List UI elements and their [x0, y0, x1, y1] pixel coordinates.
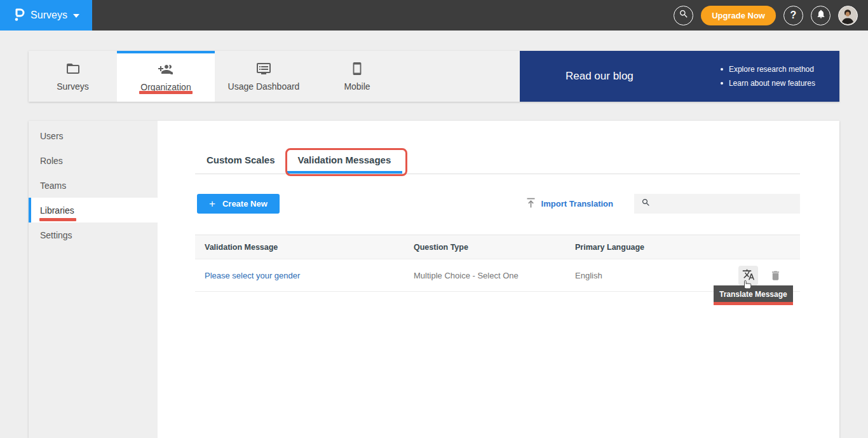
translate-tooltip: Translate Message — [714, 285, 793, 305]
nav-tab-label: Usage Dashboard — [228, 81, 300, 92]
dashboard-screen-icon — [256, 61, 271, 76]
tooltip-label: Translate Message — [719, 290, 787, 299]
table-header: Validation Message Question Type Primary… — [195, 235, 800, 259]
blog-banner[interactable]: Read our blog Explore research method Le… — [520, 51, 839, 102]
bell-icon — [816, 9, 826, 22]
library-tabs: Custom Scales Validation Messages — [195, 151, 800, 174]
product-switcher[interactable]: Surveys — [0, 0, 92, 31]
user-avatar[interactable] — [838, 6, 858, 25]
banner-bullet: Explore research method — [721, 62, 815, 76]
table-row: Please select your gender Multiple Choic… — [195, 259, 800, 292]
product-name: Surveys — [31, 10, 67, 21]
nav-tab-organization[interactable]: Organization — [117, 51, 215, 102]
tab-custom-scales[interactable]: Custom Scales — [195, 151, 287, 174]
primary-nav: Surveys Organization Usage Dashboard Mob… — [29, 51, 839, 102]
topbar: Surveys Upgrade Now ? — [0, 0, 868, 31]
column-header-question-type: Question Type — [414, 243, 575, 252]
sidebar-item-users[interactable]: Users — [29, 123, 158, 148]
content-card: Users Roles Teams Libraries Settings Cus… — [29, 121, 839, 438]
sidebar-item-label: Settings — [40, 230, 72, 240]
chevron-down-icon — [73, 14, 79, 18]
banner-title: Read our blog — [566, 70, 634, 83]
question-type-cell: Multiple Choice - Select One — [414, 271, 575, 280]
create-new-button[interactable]: + Create New — [197, 194, 280, 214]
upload-icon — [526, 198, 536, 210]
trash-icon — [770, 270, 782, 282]
banner-bullet: Learn about new features — [721, 76, 815, 90]
import-translation-label: Import Translation — [541, 199, 613, 209]
notifications-button[interactable] — [811, 6, 831, 25]
help-button[interactable]: ? — [783, 6, 803, 25]
delete-button[interactable] — [770, 270, 782, 282]
column-header-validation-message: Validation Message — [195, 243, 414, 252]
annotation-underline — [714, 302, 793, 305]
search-icon — [679, 9, 689, 22]
column-header-primary-language: Primary Language — [575, 243, 670, 252]
validation-message-link[interactable]: Please select your gender — [205, 271, 300, 280]
sidebar-item-label: Teams — [40, 181, 66, 191]
table-search-box[interactable] — [634, 194, 800, 214]
tab-validation-messages[interactable]: Validation Messages — [287, 151, 403, 174]
search-button[interactable] — [674, 6, 693, 25]
annotation-underline — [139, 91, 193, 94]
nav-tab-mobile[interactable]: Mobile — [313, 51, 402, 102]
topbar-actions: Upgrade Now ? — [674, 6, 868, 25]
avatar-photo — [839, 6, 857, 24]
banner-bullet-list: Explore research method Learn about new … — [721, 62, 815, 90]
question-mark-icon: ? — [790, 10, 797, 21]
translate-message-button[interactable] — [738, 266, 758, 285]
group-add-icon — [158, 62, 174, 77]
sidebar-item-teams[interactable]: Teams — [29, 173, 158, 198]
nav-tab-label: Mobile — [344, 81, 370, 92]
right-actions: Import Translation — [526, 194, 800, 214]
nav-tab-surveys[interactable]: Surveys — [29, 51, 117, 102]
sidebar-item-settings[interactable]: Settings — [29, 222, 158, 247]
sidebar-item-libraries[interactable]: Libraries — [29, 198, 158, 222]
nav-tab-usage-dashboard[interactable]: Usage Dashboard — [215, 51, 313, 102]
actions-row: + Create New Import Translation — [195, 194, 800, 214]
sidebar-item-label: Libraries — [40, 205, 74, 216]
import-translation-link[interactable]: Import Translation — [526, 198, 613, 210]
create-new-label: Create New — [222, 199, 268, 209]
validation-messages-table: Validation Message Question Type Primary… — [195, 235, 800, 292]
row-actions — [738, 266, 800, 285]
sidebar-item-label: Users — [40, 131, 64, 141]
search-icon — [641, 198, 651, 210]
translate-icon — [742, 268, 755, 283]
divider — [195, 174, 800, 174]
sidebar-item-roles[interactable]: Roles — [29, 148, 158, 173]
search-input[interactable] — [656, 194, 800, 214]
smartphone-icon — [350, 61, 364, 76]
org-sidebar: Users Roles Teams Libraries Settings — [29, 121, 158, 438]
upgrade-now-button[interactable]: Upgrade Now — [701, 6, 776, 25]
plus-icon: + — [209, 200, 215, 209]
nav-tab-label: Surveys — [57, 81, 89, 92]
folder-icon — [65, 61, 81, 76]
primary-language-cell: English — [575, 271, 670, 280]
sidebar-item-label: Roles — [40, 156, 63, 166]
libraries-main-panel: Custom Scales Validation Messages + Crea… — [158, 121, 839, 438]
tab-label: Validation Messages — [298, 154, 391, 165]
annotation-underline — [39, 218, 76, 221]
questionpro-logo-icon — [13, 6, 25, 25]
